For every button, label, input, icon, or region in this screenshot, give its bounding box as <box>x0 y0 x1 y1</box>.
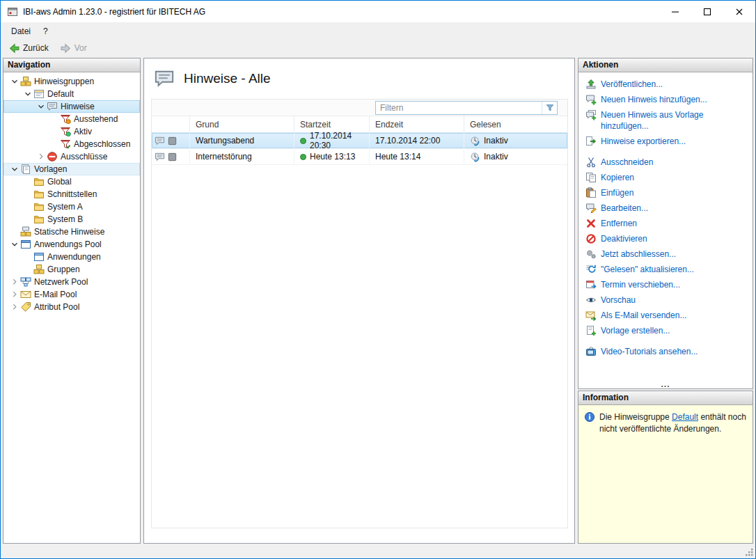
forward-button[interactable]: Vor <box>56 41 91 56</box>
filter-aktiv-icon <box>60 126 71 137</box>
tree-item-label: Aktiv <box>74 127 92 136</box>
filter-input[interactable] <box>376 103 542 113</box>
action-label: Ausschneiden <box>601 157 653 168</box>
tree-item-attribut-pool[interactable]: Attribut Pool <box>3 301 140 313</box>
tree-item-e-mail-pool[interactable]: E-Mail Pool <box>3 288 140 301</box>
filter-funnel-icon[interactable] <box>542 102 557 114</box>
close-button[interactable] <box>723 1 755 22</box>
tree-item-label: Vorlagen <box>34 164 67 174</box>
action-label: Entfernen <box>601 218 637 229</box>
statische-hinweise-icon <box>20 226 31 237</box>
maximize-button[interactable] <box>691 1 723 22</box>
send-email-icon <box>585 310 597 321</box>
tree-item-label: Attribut Pool <box>34 302 79 312</box>
action-veroffentlichen[interactable]: Veröffentlichen... <box>578 77 753 92</box>
chevron-right-icon[interactable] <box>9 289 20 300</box>
menu-help[interactable]: ? <box>37 24 54 39</box>
action-neuen-hinweis-hinzufugen[interactable]: Neuen Hinweis hinzufügen... <box>578 92 753 107</box>
action-deaktivieren[interactable]: Deaktivieren <box>578 231 753 246</box>
action-label: Als E-Mail versenden... <box>601 310 686 321</box>
action-kopieren[interactable]: Kopieren <box>578 170 753 185</box>
action-label: Vorschau <box>601 294 636 306</box>
cell-gelesen: Inaktiv <box>464 149 567 164</box>
action-vorschau[interactable]: Vorschau <box>578 292 753 308</box>
titlebar: IBI-aws Admin 1.23.0 - registriert für I… <box>1 1 755 22</box>
action-entfernen[interactable]: Entfernen <box>578 216 753 231</box>
startzeit-text: Heute 13:13 <box>310 152 355 162</box>
action-jetzt-abschliessen[interactable]: Jetzt abschliessen... <box>578 246 753 262</box>
back-arrow-icon <box>8 42 20 54</box>
chevron-spacer <box>22 214 33 225</box>
action-video-tutorials-ansehen[interactable]: Video-Tutorials ansehen... <box>578 344 753 359</box>
action-hinweise-exportieren[interactable]: Hinweise exportieren... <box>578 134 753 149</box>
gray-square-icon <box>167 152 178 162</box>
tree-item-netzwerk-pool[interactable]: Netzwerk Pool <box>3 276 140 288</box>
chevron-down-icon[interactable] <box>36 101 47 112</box>
chevron-down-icon[interactable] <box>9 164 20 175</box>
chevron-spacer <box>22 189 33 200</box>
cell-grund: Wartungsabend <box>189 133 294 148</box>
column-header-endzeit[interactable]: Endzeit <box>369 116 464 132</box>
refresh-icon <box>585 264 597 275</box>
tree-item-statische-hinweise[interactable]: Statische Hinweise <box>3 226 140 238</box>
cell-row-icons <box>152 149 189 164</box>
chevron-spacer <box>49 126 60 137</box>
tree-item-label: Anwendungen <box>47 252 101 262</box>
toolbar: Zurück Vor <box>1 40 755 56</box>
table-row-internetstorung[interactable]: InternetstörungHeute 13:13Heute 13:14Ina… <box>152 149 567 165</box>
chevron-right-icon[interactable] <box>9 276 20 288</box>
tree-item-hinweisgruppen[interactable]: Hinweisgruppen <box>3 75 140 88</box>
back-button[interactable]: Zurück <box>4 41 53 56</box>
action-neuen-hinweis-aus-vorlage-hinzufugen[interactable]: Neuen Hinweis aus Vorlage hinzufügen... <box>578 107 753 134</box>
chevron-down-icon[interactable] <box>22 88 33 100</box>
tree-item-anwendungen[interactable]: Anwendungen <box>3 251 140 263</box>
chevron-right-icon[interactable] <box>36 151 47 162</box>
action-als-e-mail-versenden[interactable]: Als E-Mail versenden... <box>578 308 753 323</box>
endzeit-text: Heute 13:14 <box>375 152 420 162</box>
tree-item-vorlagen[interactable]: Vorlagen <box>3 163 140 175</box>
column-header-grund[interactable]: Grund <box>189 116 294 132</box>
tree-item-anwendungs-pool[interactable]: Anwendungs Pool <box>3 238 140 251</box>
action-bearbeiten[interactable]: Bearbeiten... <box>578 200 753 216</box>
chevron-spacer <box>49 113 60 125</box>
tree-item-ausschlusse[interactable]: Ausschlüsse <box>3 150 140 163</box>
navigation-panel: Navigation HinweisgruppenDefaultHinweise… <box>3 58 141 544</box>
info-default-link[interactable]: Default <box>672 412 698 422</box>
tree-item-ausstehend[interactable]: Ausstehend <box>3 113 140 125</box>
chevron-spacer <box>9 226 20 237</box>
action-ausschneiden[interactable]: Ausschneiden <box>578 155 753 170</box>
action-vorlage-erstellen[interactable]: Vorlage erstellen... <box>578 323 753 338</box>
forward-arrow-icon <box>60 42 72 54</box>
actions-overflow[interactable]: ... <box>578 380 753 388</box>
folder-icon <box>33 176 45 187</box>
minimize-button[interactable] <box>659 1 691 22</box>
action-label: Neuen Hinweis aus Vorlage hinzufügen... <box>601 109 750 132</box>
tree-item-global[interactable]: Global <box>3 175 140 188</box>
column-header-gelesen[interactable]: Gelesen <box>464 116 567 132</box>
tree-item-system-b[interactable]: System B <box>3 213 140 226</box>
action-label: Deaktivieren <box>601 233 647 244</box>
tree-item-abgeschlossen[interactable]: Abgeschlossen <box>3 138 140 150</box>
main-title-row: Hinweise - Alle <box>144 58 574 99</box>
tree-item-default[interactable]: Default <box>3 88 140 100</box>
video-icon <box>585 346 597 357</box>
chevron-down-icon[interactable] <box>9 76 20 87</box>
tree-item-system-a[interactable]: System A <box>3 200 140 213</box>
tree-item-schnittstellen[interactable]: Schnittstellen <box>3 188 140 200</box>
cell-startzeit: Heute 13:13 <box>294 149 369 164</box>
table-row-wartungsabend[interactable]: Wartungsabend17.10.2014 20:3017.10.2014 … <box>152 133 567 149</box>
column-header-icons[interactable] <box>152 116 189 132</box>
tree-item-hinweise[interactable]: Hinweise <box>3 100 140 113</box>
tree-item-gruppen[interactable]: Gruppen <box>3 263 140 276</box>
tree-item-aktiv[interactable]: Aktiv <box>3 125 140 138</box>
resize-grip[interactable] <box>745 548 754 557</box>
chevron-right-icon[interactable] <box>9 301 20 313</box>
menu-datei[interactable]: Datei <box>5 24 37 39</box>
main-panel: Hinweise - Alle GrundStartzeitEndzeitGel… <box>143 58 575 544</box>
action-gelesen-aktualisieren[interactable]: "Gelesen" aktualisieren... <box>578 262 753 277</box>
action-einfugen[interactable]: Einfügen <box>578 185 753 200</box>
chevron-down-icon[interactable] <box>9 239 20 250</box>
action-termin-verschieben[interactable]: Termin verschieben... <box>578 277 753 292</box>
tree-item-label: Netzwerk Pool <box>34 277 88 287</box>
column-header-startzeit[interactable]: Startzeit <box>294 116 369 132</box>
